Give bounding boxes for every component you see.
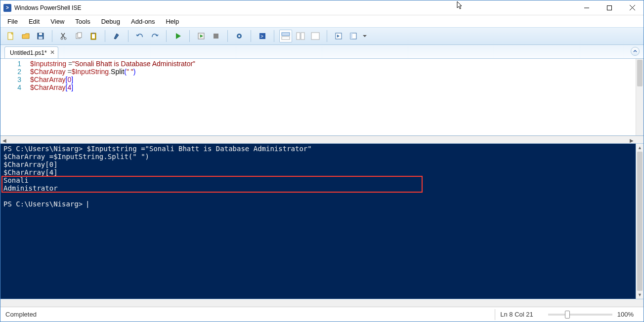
toolbar: > (0, 27, 644, 45)
editor-hscrollbar[interactable]: ◀▶ (0, 136, 644, 144)
line-gutter: 1 2 3 4 (0, 59, 28, 135)
app-icon: > (3, 4, 11, 12)
separator (327, 30, 327, 42)
pane-max-button[interactable] (309, 30, 322, 42)
tab-label: Untitled1.ps1* (10, 49, 47, 56)
undo-button[interactable] (133, 30, 146, 42)
menu-view[interactable]: View (45, 16, 69, 27)
svg-rect-11 (78, 33, 82, 38)
svg-rect-28 (350, 33, 352, 39)
separator (105, 30, 105, 42)
output-highlight (1, 176, 423, 193)
minimize-button[interactable] (575, 0, 598, 15)
copy-button[interactable] (72, 30, 85, 42)
stop-button[interactable] (210, 30, 222, 42)
cursor-position: Ln 8 Col 21 (495, 309, 538, 320)
svg-rect-7 (39, 37, 43, 39)
status-text: Completed (5, 311, 37, 318)
zoom-control[interactable]: 100% (538, 309, 639, 320)
tab-strip: Untitled1.ps1* ✕ (0, 45, 644, 59)
save-button[interactable] (34, 30, 47, 42)
clear-button[interactable] (110, 30, 123, 42)
svg-rect-24 (301, 33, 304, 40)
menu-addons[interactable]: Add-ons (126, 16, 160, 27)
title-bar: > Windows PowerShell ISE (0, 0, 644, 15)
svg-text:>: > (260, 34, 263, 39)
svg-rect-13 (92, 34, 95, 39)
menu-help[interactable]: Help (161, 16, 184, 27)
line-number: 2 (0, 68, 21, 76)
close-button[interactable] (621, 0, 644, 15)
script-editor[interactable]: 1 2 3 4 $Inputstring ="Sonali Bhatt is D… (0, 59, 644, 136)
new-remote-button[interactable]: > (256, 30, 269, 42)
zoom-value: 100% (617, 311, 634, 318)
tab-close-icon[interactable]: ✕ (50, 49, 55, 56)
pane-top-button[interactable] (279, 30, 292, 42)
show-addon-button[interactable] (347, 30, 360, 42)
separator (128, 30, 129, 42)
breakpoint-button[interactable] (233, 30, 246, 42)
console-hscrollbar[interactable] (0, 299, 644, 307)
line-number: 4 (0, 83, 21, 91)
menu-bar: File Edit View Tools Debug Add-ons Help (0, 15, 644, 27)
run-selection-button[interactable] (195, 30, 208, 42)
separator (227, 30, 228, 42)
code-body[interactable]: $Inputstring ="Sonali Bhatt is Database … (28, 59, 636, 135)
separator (52, 30, 52, 42)
window-title: Windows PowerShell ISE (14, 4, 81, 11)
menu-file[interactable]: File (2, 16, 23, 27)
console-pane[interactable]: PS C:\Users\Nisarg> $Inputstring ="Sonal… (0, 144, 644, 299)
console-vscrollbar[interactable]: ▲ ▼ (636, 144, 644, 299)
menu-debug[interactable]: Debug (96, 16, 125, 27)
open-button[interactable] (19, 30, 32, 42)
zoom-slider[interactable] (548, 314, 612, 316)
collapse-script-pane-button[interactable] (631, 47, 640, 56)
separator (189, 30, 190, 42)
svg-point-9 (64, 38, 66, 40)
svg-rect-22 (282, 37, 290, 40)
maximize-button[interactable] (598, 0, 621, 15)
svg-rect-25 (311, 33, 319, 40)
separator (274, 30, 274, 42)
menu-tools[interactable]: Tools (70, 16, 95, 27)
status-bar: Completed Ln 8 Col 21 100% (0, 307, 644, 322)
svg-point-18 (238, 35, 240, 37)
cut-button[interactable] (57, 30, 70, 42)
editor-vscrollbar[interactable] (636, 59, 644, 135)
svg-rect-23 (297, 33, 300, 40)
svg-rect-6 (39, 33, 42, 35)
toolbar-overflow[interactable] (362, 30, 368, 42)
separator (166, 30, 167, 42)
line-number: 3 (0, 76, 21, 83)
separator (251, 30, 251, 42)
paste-button[interactable] (87, 30, 100, 42)
svg-rect-1 (607, 5, 612, 10)
run-button[interactable] (172, 30, 184, 42)
tab-untitled1[interactable]: Untitled1.ps1* ✕ (4, 46, 58, 58)
svg-rect-16 (214, 34, 218, 39)
show-command-button[interactable] (332, 30, 345, 42)
new-button[interactable] (4, 30, 17, 42)
pane-right-button[interactable] (294, 30, 307, 42)
line-number: 1 (0, 60, 21, 68)
menu-edit[interactable]: Edit (24, 16, 44, 27)
svg-rect-14 (92, 33, 94, 34)
svg-rect-21 (282, 33, 290, 36)
redo-button[interactable] (148, 30, 161, 42)
console-body[interactable]: PS C:\Users\Nisarg> $Inputstring ="Sonal… (0, 144, 636, 299)
